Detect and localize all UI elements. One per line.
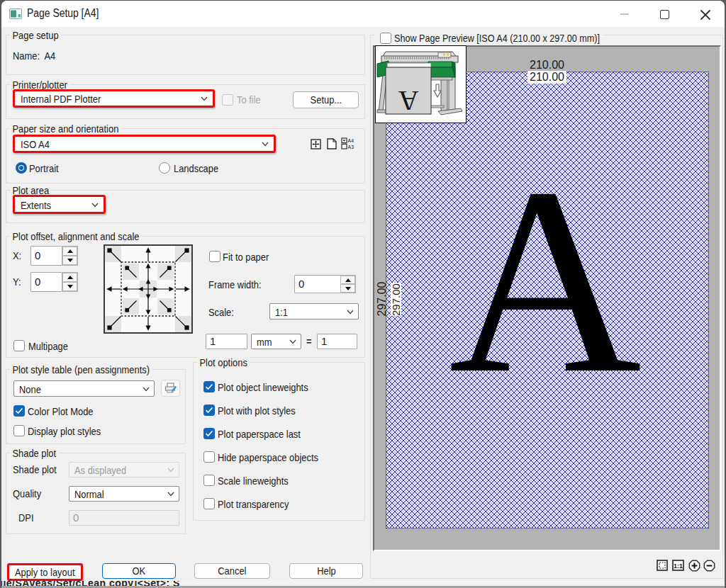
svg-text:1:1: 1:1: [674, 562, 683, 570]
svg-text:A: A: [398, 85, 418, 117]
svg-text:A3: A3: [348, 145, 354, 149]
svg-text:A4: A4: [348, 138, 354, 143]
